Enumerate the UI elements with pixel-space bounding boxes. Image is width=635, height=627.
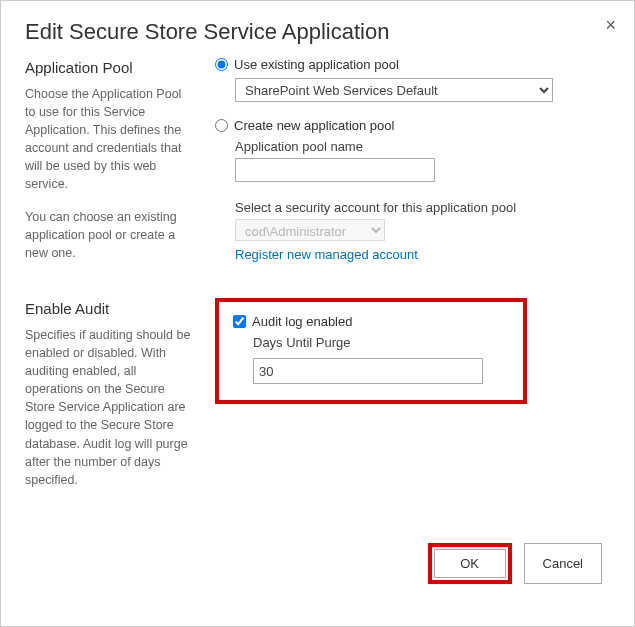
audit-desc: Specifies if auditing should be enabled …	[25, 326, 193, 489]
audit-heading: Enable Audit	[25, 298, 193, 320]
create-new-radio[interactable]	[215, 119, 228, 132]
create-new-label: Create new application pool	[234, 118, 394, 133]
security-account-select[interactable]: cod\Administrator	[235, 219, 385, 241]
section-application-pool: Application Pool Choose the Application …	[25, 57, 606, 262]
use-existing-radio[interactable]	[215, 58, 228, 71]
use-existing-label: Use existing application pool	[234, 57, 399, 72]
audit-enabled-checkbox[interactable]	[233, 315, 246, 328]
register-account-link[interactable]: Register new managed account	[235, 247, 418, 262]
pool-name-label: Application pool name	[235, 139, 606, 154]
app-pool-desc2: You can choose an existing application p…	[25, 208, 193, 262]
ok-highlight-box: OK	[428, 543, 512, 584]
page-title: Edit Secure Store Service Application	[25, 19, 610, 45]
existing-pool-select[interactable]: SharePoint Web Services Default	[235, 78, 553, 102]
cancel-button[interactable]: Cancel	[524, 543, 602, 584]
audit-enabled-label: Audit log enabled	[252, 314, 352, 329]
security-account-label: Select a security account for this appli…	[235, 200, 606, 215]
dialog-button-row: OK Cancel	[25, 543, 606, 604]
dialog-body: Application Pool Choose the Application …	[25, 57, 612, 608]
audit-highlight-box: Audit log enabled Days Until Purge	[215, 298, 527, 404]
app-pool-heading: Application Pool	[25, 57, 193, 79]
ok-button[interactable]: OK	[434, 549, 506, 578]
close-icon[interactable]: ×	[605, 15, 616, 36]
days-until-purge-input[interactable]	[253, 358, 483, 384]
section-enable-audit: Enable Audit Specifies if auditing shoul…	[25, 298, 606, 489]
days-until-purge-label: Days Until Purge	[253, 335, 505, 350]
app-pool-desc1: Choose the Application Pool to use for t…	[25, 85, 193, 194]
pool-name-input[interactable]	[235, 158, 435, 182]
